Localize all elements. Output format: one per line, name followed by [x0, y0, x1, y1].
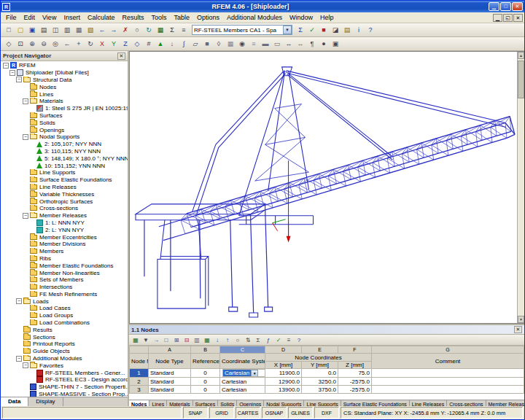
save-icon[interactable]: ▣: [26, 25, 38, 36]
isometric-view-icon[interactable]: ◇: [131, 39, 143, 50]
navigator-tab-display[interactable]: Display: [28, 397, 63, 406]
tree-expander-icon[interactable]: −: [16, 298, 22, 304]
cell-coordinate-system[interactable]: Cartesian: [220, 378, 265, 386]
find-icon[interactable]: ○: [233, 335, 243, 345]
minimize-button[interactable]: ▁: [489, 2, 499, 11]
margins-icon[interactable]: ▭: [271, 39, 283, 50]
tree-item-variable-thicknesses[interactable]: Variable Thicknesses: [1, 190, 128, 198]
background-icon[interactable]: ▬: [260, 39, 271, 50]
cell-comment[interactable]: [372, 386, 524, 394]
tree-item-solids[interactable]: Solids: [1, 119, 128, 126]
tree-item-results[interactable]: Results: [1, 326, 128, 333]
cell-node-type[interactable]: Standard: [149, 369, 191, 378]
help-icon[interactable]: ?: [294, 335, 304, 345]
tree-item-rf-steel-ec3-design-accord[interactable]: RF-STEEL EC3 - Design accord...: [1, 376, 128, 384]
tree-item-1-steel-s-275-jr-en-10025-19[interactable]: 1: Steel S 275 JR | EN 10025:19...: [1, 105, 128, 112]
module-combobox[interactable]: RF-STEEL Members CA1 - Spa ▼: [192, 25, 292, 35]
tree-item-load-groups[interactable]: Load Groups: [1, 312, 128, 319]
copy-row-icon[interactable]: ▥: [192, 335, 202, 345]
tree-item-cross-sections[interactable]: Cross-sections: [1, 205, 128, 212]
camera-icon[interactable]: ●: [318, 39, 330, 50]
tree-item-10-151-152-ynn-nnn[interactable]: 10: 151,152; YNN NNN: [1, 162, 128, 169]
print-preview-icon[interactable]: ◫: [50, 25, 61, 36]
print-icon[interactable]: ▤: [38, 25, 50, 36]
paste-icon[interactable]: ▧: [85, 25, 96, 36]
previous-view-icon[interactable]: ←: [61, 39, 73, 50]
row-number[interactable]: 3: [130, 386, 149, 394]
tree-item-guide-objects[interactable]: Guide Objects: [1, 348, 128, 355]
sort-icon[interactable]: ⇅: [243, 335, 253, 345]
scrollbar-track[interactable]: [518, 98, 524, 316]
find-icon[interactable]: ○: [131, 25, 143, 36]
grid-icon[interactable]: ▦: [225, 39, 236, 50]
steel-module-icon[interactable]: ■: [318, 25, 330, 36]
menu-calculate[interactable]: Calculate: [84, 13, 119, 22]
tree-item-shape-thin-7-section-properti[interactable]: SHAPE-THIN 7 - Section Properti...: [1, 384, 128, 391]
viewport-vertical-scrollbar[interactable]: ▲ ▼: [517, 52, 524, 323]
view-z-icon[interactable]: Z: [120, 39, 131, 50]
info-icon[interactable]: i: [353, 25, 365, 36]
delete-row-icon[interactable]: ⊟: [182, 335, 192, 345]
tree-item-orthotropic-surfaces[interactable]: Orthotropic Surfaces: [1, 198, 128, 205]
settings-icon[interactable]: ≡: [178, 25, 190, 36]
cell-node-type[interactable]: Standard: [149, 386, 191, 394]
new-icon[interactable]: □: [3, 25, 15, 36]
tree-item-shape-massive-section-prop[interactable]: SHAPE-MASSIVE - Section Prop...: [1, 391, 128, 397]
tree-item-favorites[interactable]: −Favorites: [1, 362, 128, 369]
data-table-icon[interactable]: ▦: [155, 25, 166, 36]
column-letter-A[interactable]: A: [149, 346, 191, 354]
tree-expander-icon[interactable]: −: [9, 70, 15, 76]
work-plane-icon[interactable]: ◊: [213, 39, 225, 50]
cell-y[interactable]: 3250.0: [302, 378, 338, 386]
tree-item-2-105-107-nyy-nnn[interactable]: 2: 105,107; NYY NNN: [1, 141, 128, 148]
graph-icon[interactable]: ◪: [330, 25, 341, 36]
calculate-icon[interactable]: Σ: [295, 25, 306, 36]
render-solid-icon[interactable]: ■: [201, 39, 213, 50]
view-mode-icon[interactable]: ▦: [131, 335, 141, 345]
cell-z[interactable]: 75.0: [338, 369, 372, 378]
show-numbering-icon[interactable]: #: [143, 39, 155, 50]
menu-tools[interactable]: Tools: [147, 13, 170, 22]
status-toggle-grid[interactable]: GRID: [209, 407, 234, 419]
tree-item-1-l-nnn-nyy[interactable]: 1: L: NNN NYY: [1, 219, 128, 227]
cell-reference-node[interactable]: 0: [191, 378, 220, 386]
show-supports-icon[interactable]: ▲: [155, 39, 166, 50]
column-letter-G[interactable]: G: [372, 346, 524, 354]
tree-expander-icon[interactable]: −: [16, 356, 22, 362]
jump-to-icon[interactable]: →: [151, 335, 161, 345]
column-letter-D[interactable]: D: [265, 346, 302, 354]
cell-z[interactable]: -2575.0: [338, 386, 372, 394]
tree-item-members[interactable]: Members: [1, 248, 128, 255]
cell-reference-node[interactable]: 0: [191, 369, 220, 378]
tree-item-materials[interactable]: −Materials: [1, 98, 128, 105]
refresh-icon[interactable]: ↻: [143, 25, 155, 36]
cell-comment[interactable]: [372, 369, 524, 378]
tree-item-intersections[interactable]: Intersections: [1, 284, 128, 291]
cell-z[interactable]: -2575.0: [338, 378, 372, 386]
menu-window[interactable]: Window: [286, 13, 316, 22]
row-number[interactable]: 2: [130, 378, 149, 386]
undo-icon[interactable]: ←: [96, 25, 108, 36]
column-letter-C[interactable]: C: [220, 346, 265, 354]
combobox-arrow-icon[interactable]: ▼: [251, 370, 258, 377]
check-icon[interactable]: ✓: [273, 335, 284, 345]
tree-item-rfem[interactable]: −RFEM: [1, 62, 128, 69]
tree-item-sections[interactable]: Sections: [1, 333, 128, 341]
check-icon[interactable]: ✓: [306, 25, 318, 36]
tree-item-load-cases[interactable]: Load Cases: [1, 305, 128, 312]
tree-item-member-releases[interactable]: −Member Releases: [1, 212, 128, 219]
move-icon[interactable]: ↔: [283, 39, 295, 50]
tree-expander-icon[interactable]: −: [23, 362, 28, 368]
tree-item-5-148-149-x-180-0-nyy-nnn[interactable]: 5: 148,149; X 180.0 °; NYY NNN: [1, 155, 128, 162]
cell-x[interactable]: 13900.0: [265, 386, 302, 394]
corner-cell[interactable]: [130, 346, 149, 354]
help-icon[interactable]: ?: [365, 25, 376, 36]
copy-icon[interactable]: ▦: [73, 25, 85, 36]
comment-icon[interactable]: ¶: [306, 39, 318, 50]
zoom-all-icon[interactable]: ◎: [50, 39, 61, 50]
close-button[interactable]: ✕: [512, 2, 523, 11]
cell-coordinate-system[interactable]: Cartesian: [220, 386, 265, 394]
rotate-icon[interactable]: ↻: [85, 39, 96, 50]
import-icon[interactable]: ↓: [212, 335, 222, 345]
menu-file[interactable]: File: [2, 13, 20, 22]
